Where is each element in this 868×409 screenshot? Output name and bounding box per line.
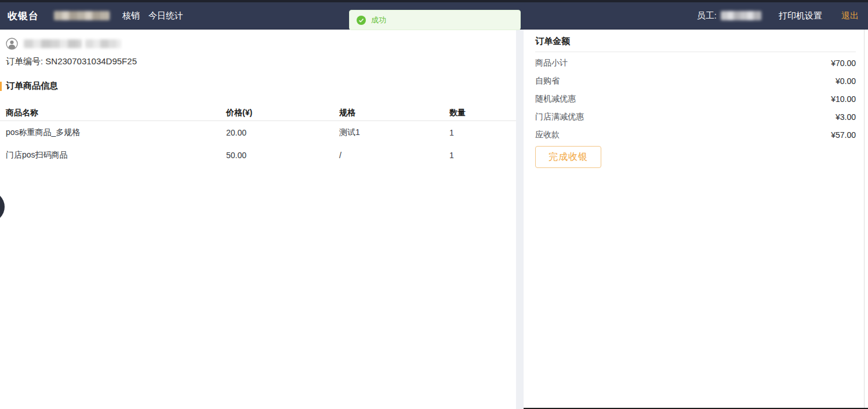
cell-price: 20.00 [220,128,333,137]
summary-label: 自购省 [535,76,560,86]
complete-checkout-button[interactable]: 完成收银 [535,146,601,168]
summary-label: 商品小计 [535,58,568,68]
goods-table-header-row: 商品名称 价格(¥) 规格 数量 [0,105,518,121]
summary-row-random-discount: 随机减优惠 ¥10.00 [535,90,856,108]
printer-settings-button[interactable]: 打印机设置 [779,10,822,21]
order-amount-panel: 订单金额 商品小计 ¥70.00 自购省 ¥0.00 随机减优惠 ¥10.00 … [524,30,868,409]
logout-button[interactable]: 退出 [841,10,859,21]
goods-section-header: 订单商品信息 [0,81,516,91]
summary-label: 应收款 [535,130,560,140]
cell-price: 50.00 [220,151,333,160]
employee-label: 员工: [697,10,717,21]
summary-rows: 商品小计 ¥70.00 自购省 ¥0.00 随机减优惠 ¥10.00 门店满减优… [535,54,856,144]
col-header-price: 价格(¥) [220,108,333,118]
nav-item-verify[interactable]: 核销 [122,10,140,21]
summary-row-receivable: 应收款 ¥57.00 [535,126,856,144]
employee-name-blurred [721,11,761,20]
summary-title: 订单金额 [535,36,856,48]
table-row: pos称重商品_多规格 20.00 测试1 1 [0,121,518,144]
customer-row [0,37,516,50]
cell-qty: 1 [444,151,512,160]
summary-value: ¥70.00 [831,59,856,68]
col-header-name: 商品名称 [0,108,220,118]
section-accent-bar [0,82,2,91]
table-row: 门店pos扫码商品 50.00 / 1 [0,144,518,166]
summary-divider [535,52,856,52]
cell-qty: 1 [444,128,512,137]
col-header-qty: 数量 [444,108,512,118]
customer-name-blurred [24,39,82,48]
cell-name: 门店pos扫码商品 [0,150,220,160]
navbar-left-group: 收银台 核销 今日统计 [0,9,183,23]
store-name-blurred [54,11,110,20]
summary-value: ¥10.00 [831,94,856,104]
order-detail-panel: 订单编号: SN2307031034D95F25 订单商品信息 商品名称 价格(… [0,30,516,409]
summary-label: 门店满减优惠 [535,112,584,122]
nav-item-today-stats[interactable]: 今日统计 [148,10,183,21]
window-right-edge [864,30,865,409]
toast-message: 成功 [371,15,386,25]
summary-row-store-discount: 门店满减优惠 ¥3.00 [535,108,856,126]
summary-label: 随机减优惠 [535,94,576,104]
goods-table: 商品名称 价格(¥) 规格 数量 pos称重商品_多规格 20.00 测试1 1… [0,105,518,166]
customer-name-blurred-2 [85,39,121,48]
summary-value: ¥57.00 [831,130,856,140]
app-title: 收银台 [8,9,39,23]
panel-divider [516,30,524,409]
summary-row-self-purchase-saving: 自购省 ¥0.00 [535,72,856,90]
pos-cashier-screen: 收银台 核销 今日统计 员工: 打印机设置 退出 成功 [0,0,868,409]
cell-spec: / [333,151,444,160]
success-toast: 成功 [349,10,521,30]
user-icon [6,38,18,50]
cell-name: pos称重商品_多规格 [0,127,220,138]
order-number-label: 订单编号: [6,56,43,66]
order-number-value: SN2307031034D95F25 [45,56,137,66]
summary-value: ¥3.00 [836,112,856,122]
cell-spec: 测试1 [333,127,444,138]
goods-section-title: 订单商品信息 [6,81,58,92]
check-circle-icon [357,16,366,25]
col-header-spec: 规格 [333,108,444,118]
summary-row-subtotal: 商品小计 ¥70.00 [535,54,856,72]
summary-value: ¥0.00 [836,76,856,86]
navbar-right-group: 员工: 打印机设置 退出 [697,10,868,21]
order-number-row: 订单编号: SN2307031034D95F25 [0,56,516,67]
